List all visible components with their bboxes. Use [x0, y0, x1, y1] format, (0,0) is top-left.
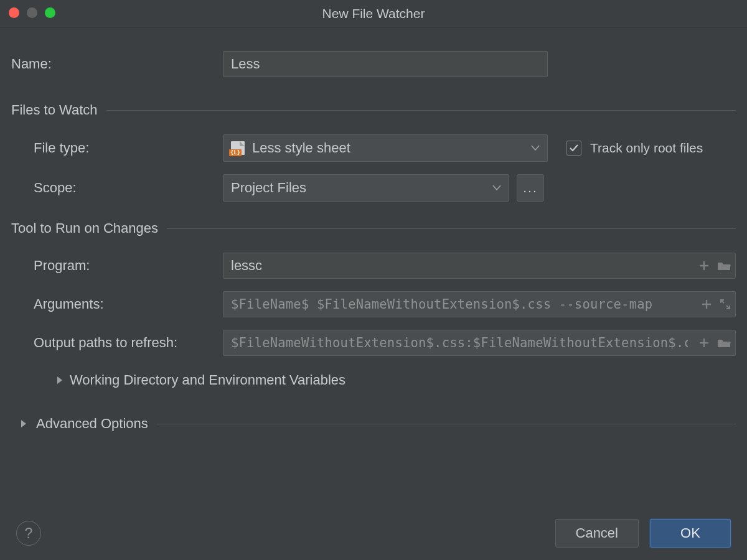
ellipsis-icon: ... — [523, 180, 538, 195]
section-label: Files to Watch — [11, 102, 98, 118]
program-label: Program: — [11, 258, 223, 274]
file-type-select[interactable]: {L} Less style sheet — [223, 134, 548, 162]
file-type-label: File type: — [11, 140, 223, 156]
cancel-label: Cancel — [576, 525, 618, 541]
advanced-options-toggle[interactable]: Advanced Options — [36, 416, 148, 432]
less-file-icon: {L} — [231, 141, 245, 155]
output-paths-input[interactable] — [223, 330, 736, 356]
window-controls — [9, 7, 55, 18]
minimize-window-icon[interactable] — [27, 7, 37, 18]
plus-icon[interactable] — [701, 299, 712, 310]
track-root-checkbox-row[interactable]: Track only root files — [566, 141, 703, 156]
title-bar: New File Watcher — [0, 0, 747, 27]
cancel-button[interactable]: Cancel — [555, 519, 639, 548]
track-root-checkbox[interactable] — [566, 141, 581, 156]
file-type-value: Less style sheet — [252, 140, 350, 156]
folder-open-icon[interactable] — [717, 337, 731, 348]
plus-icon[interactable] — [698, 337, 710, 348]
dialog-content: Name: Files to Watch File type: {L} Less… — [0, 27, 747, 432]
expand-icon[interactable] — [720, 299, 731, 310]
chevron-down-icon — [492, 185, 501, 191]
folder-open-icon[interactable] — [717, 260, 731, 271]
scope-select[interactable]: Project Files — [223, 174, 509, 202]
dialog-window: New File Watcher Name: Files to Watch Fi… — [0, 0, 747, 560]
section-rule — [157, 424, 736, 424]
section-rule — [106, 110, 736, 111]
section-label: Tool to Run on Changes — [11, 220, 158, 236]
chevron-down-icon — [531, 145, 540, 151]
section-tool: Tool to Run on Changes Program: — [11, 220, 736, 388]
close-window-icon[interactable] — [9, 7, 19, 18]
name-input[interactable] — [223, 51, 548, 77]
dialog-footer: ? Cancel OK — [0, 506, 747, 560]
scope-value: Project Files — [231, 180, 306, 196]
arguments-input[interactable] — [223, 291, 736, 317]
chevron-right-icon — [20, 419, 27, 429]
maximize-window-icon[interactable] — [45, 7, 55, 18]
section-files-to-watch: Files to Watch — [11, 102, 736, 118]
working-dir-label: Working Directory and Environment Variab… — [70, 372, 345, 388]
scope-browse-button[interactable]: ... — [517, 174, 544, 202]
help-icon: ? — [25, 525, 33, 542]
help-button[interactable]: ? — [16, 521, 41, 546]
arguments-label: Arguments: — [11, 296, 223, 312]
working-dir-toggle[interactable]: Working Directory and Environment Variab… — [34, 372, 736, 388]
chevron-right-icon — [56, 375, 63, 385]
section-rule — [167, 228, 736, 229]
window-title: New File Watcher — [322, 6, 425, 21]
output-paths-label: Output paths to refresh: — [11, 335, 223, 351]
ok-button[interactable]: OK — [650, 519, 731, 548]
scope-label: Scope: — [11, 180, 223, 196]
track-root-label: Track only root files — [590, 141, 703, 156]
name-label: Name: — [11, 56, 223, 72]
program-input[interactable] — [223, 253, 736, 279]
plus-icon[interactable] — [698, 260, 710, 271]
ok-label: OK — [680, 525, 700, 541]
